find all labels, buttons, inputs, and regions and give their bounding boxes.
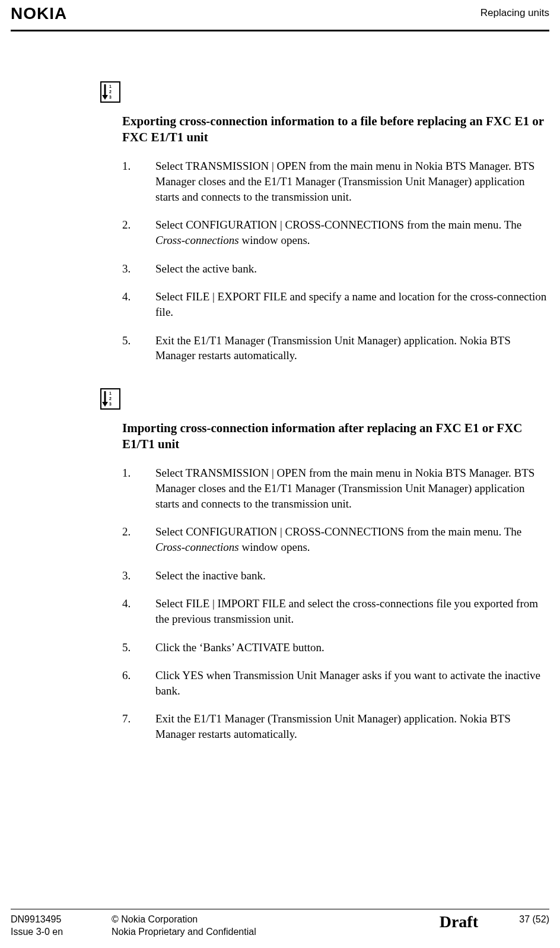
section-title-importing: Importing cross-connection information a…	[122, 420, 548, 453]
step-number: 6.	[122, 668, 155, 698]
header-section-title: Replacing units	[481, 7, 549, 20]
step-text: Select FILE | IMPORT FILE and select the…	[155, 596, 548, 626]
svg-marker-3	[102, 402, 108, 407]
doc-issue: Issue 3-0 en	[11, 925, 112, 939]
step-text: Select the inactive bank.	[155, 568, 548, 584]
icon-num: 2	[109, 89, 112, 94]
arrow-down-icon	[101, 83, 109, 102]
copyright: © Nokia Corporation	[112, 913, 440, 926]
draft-label: Draft	[440, 911, 478, 933]
page-content: 1 2 3 Exporting cross-connection informa…	[11, 31, 549, 742]
nokia-logo: NOKIA	[11, 2, 67, 25]
step-number: 5.	[122, 333, 155, 363]
step-number: 4.	[122, 596, 155, 626]
icon-num: 3	[109, 401, 112, 407]
list-item: 3.Select the active bank.	[122, 261, 548, 277]
step-text: Click the ‘Banks’ ACTIVATE button.	[155, 640, 548, 655]
icon-num: 1	[109, 84, 112, 89]
page-number: 37 (52)	[478, 913, 549, 926]
step-number: 3.	[122, 261, 155, 277]
step-text: Exit the E1/T1 Manager (Transmission Uni…	[155, 333, 548, 363]
step-text: Select TRANSMISSION | OPEN from the main…	[155, 158, 548, 204]
list-item: 3.Select the inactive bank.	[122, 568, 548, 584]
step-list-importing: 1.Select TRANSMISSION | OPEN from the ma…	[122, 465, 548, 741]
list-item: 5.Exit the E1/T1 Manager (Transmission U…	[122, 333, 548, 363]
step-text: Select FILE | EXPORT FILE and specify a …	[155, 289, 548, 319]
icon-num: 1	[109, 391, 112, 396]
step-text: Select CONFIGURATION | CROSS-CONNECTIONS…	[155, 217, 548, 248]
step-number: 1.	[122, 158, 155, 204]
step-list-exporting: 1.Select TRANSMISSION | OPEN from the ma…	[122, 158, 548, 363]
section-title-exporting: Exporting cross-connection information t…	[122, 113, 548, 146]
confidential-notice: Nokia Proprietary and Confidential	[112, 925, 440, 939]
svg-marker-1	[102, 95, 108, 100]
step-number: 4.	[122, 289, 155, 319]
page-header: NOKIA Replacing units	[11, 0, 549, 30]
page-footer: DN9913495 Issue 3-0 en © Nokia Corporati…	[11, 909, 549, 939]
icon-num: 2	[109, 396, 112, 401]
procedure-icon: 1 2 3	[100, 81, 120, 103]
list-item: 4.Select FILE | EXPORT FILE and specify …	[122, 289, 548, 319]
list-item: 6.Click YES when Transmission Unit Manag…	[122, 668, 548, 698]
list-item: 5.Click the ‘Banks’ ACTIVATE button.	[122, 640, 548, 655]
procedure-icon: 1 2 3	[100, 388, 120, 410]
step-text: Exit the E1/T1 Manager (Transmission Uni…	[155, 711, 548, 741]
step-text: Select the active bank.	[155, 261, 548, 277]
list-item: 1.Select TRANSMISSION | OPEN from the ma…	[122, 158, 548, 204]
step-number: 1.	[122, 465, 155, 511]
arrow-down-icon	[101, 389, 109, 408]
step-text: Select TRANSMISSION | OPEN from the main…	[155, 465, 548, 511]
list-item: 4.Select FILE | IMPORT FILE and select t…	[122, 596, 548, 626]
step-number: 3.	[122, 568, 155, 584]
doc-number: DN9913495	[11, 913, 112, 926]
list-item: 2.Select CONFIGURATION | CROSS-CONNECTIO…	[122, 217, 548, 248]
list-item: 1.Select TRANSMISSION | OPEN from the ma…	[122, 465, 548, 511]
icon-num: 3	[109, 94, 112, 100]
list-item: 7.Exit the E1/T1 Manager (Transmission U…	[122, 711, 548, 741]
step-number: 2.	[122, 217, 155, 248]
step-number: 7.	[122, 711, 155, 741]
step-number: 5.	[122, 640, 155, 655]
step-text: Select CONFIGURATION | CROSS-CONNECTIONS…	[155, 524, 548, 554]
list-item: 2.Select CONFIGURATION | CROSS-CONNECTIO…	[122, 524, 548, 554]
step-number: 2.	[122, 524, 155, 554]
step-text: Click YES when Transmission Unit Manager…	[155, 668, 548, 698]
